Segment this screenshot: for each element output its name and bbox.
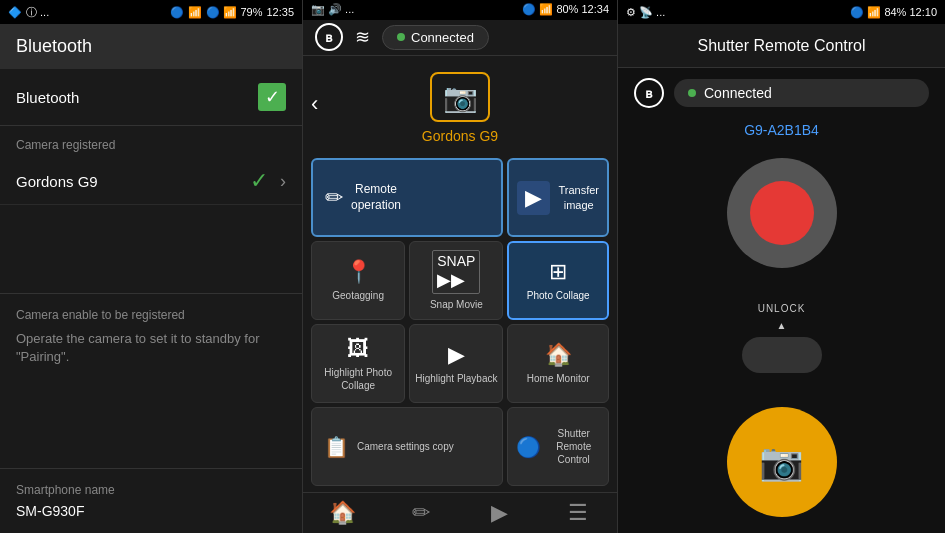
feature-grid: ✏ Remoteoperation ▶ Transferimage 📍 Geot… (303, 152, 617, 492)
page-title-text: Bluetooth (16, 36, 92, 56)
status-bar-left-1: 🔷 ⓘ ... (8, 5, 49, 20)
nav-play[interactable]: ▶ (474, 493, 524, 533)
status-bar-2: 📷 🔊 ... 🔵 📶 80% 12:34 (303, 0, 617, 20)
top-bar-2: ʙ ≋ Connected (303, 20, 617, 56)
hlpb-label: Highlight Playback (415, 372, 497, 385)
green-dot-3 (688, 89, 696, 97)
register-desc: Operate the camera to set it to standby … (16, 330, 286, 366)
record-btn-inner (750, 181, 814, 245)
transfer-label: Transferimage (558, 183, 599, 212)
smartphone-section: Smartphone name SM-G930F (0, 468, 302, 533)
transfer-image-btn[interactable]: ▶ Transferimage (507, 158, 609, 237)
unlock-track[interactable] (742, 337, 822, 373)
nav-home[interactable]: 🏠 (317, 493, 367, 533)
device-id: G9-A2B1B4 (618, 118, 945, 148)
remote-nav-icon: ✏ (412, 500, 430, 526)
camera-registered-label: Camera registered (0, 126, 302, 158)
remote-operation-btn[interactable]: ✏ Remoteoperation (311, 158, 503, 237)
nav-remote[interactable]: ✏ (396, 493, 446, 533)
play-nav-icon: ▶ (491, 500, 508, 526)
remote-op-label: Remoteoperation (351, 182, 401, 213)
bt-icon-status: 🔵 (170, 6, 184, 19)
connected-badge-3: Connected (674, 79, 929, 107)
wifi-icon-2: ≋ (355, 26, 370, 48)
panel3-title: Shutter Remote Control (634, 37, 929, 55)
snap-movie-icon: SNAP▶▶ (432, 250, 480, 294)
check-icon: ✓ (250, 168, 268, 194)
connected-bar-3: ʙ Connected (618, 68, 945, 118)
highlight-playback-btn[interactable]: ▶ Highlight Playback (409, 324, 503, 403)
photo-collage-icon: ⊞ (549, 259, 567, 285)
nav-menu[interactable]: ☰ (553, 493, 603, 533)
record-button[interactable] (727, 158, 837, 268)
connected-badge-2: Connected (382, 25, 489, 50)
status-right-2: 🔵 📶 80% 12:34 (522, 3, 609, 16)
top-bar-3: Shutter Remote Control (618, 24, 945, 68)
unlock-label: UNLOCK (758, 303, 806, 314)
geotagging-icon: 📍 (345, 259, 372, 285)
smartphone-label: Smartphone name (16, 483, 286, 497)
hlpc-label: Highlight Photo Collage (316, 366, 400, 392)
signal-icon: 📶 (188, 6, 202, 19)
geotagging-btn[interactable]: 📍 Geotagging (311, 241, 405, 320)
geotagging-label: Geotagging (332, 289, 384, 302)
home-monitor-label: Home Monitor (527, 372, 590, 385)
unlock-arrow-icon: ▲ (777, 320, 787, 331)
camera-settings-copy-btn[interactable]: 📋 Camera settings copy (311, 407, 503, 486)
status-left-3: ⚙ 📡 ... (626, 6, 665, 19)
remote-control-area: UNLOCK ▲ 📷 (618, 148, 945, 533)
back-button[interactable]: ‹ (311, 91, 318, 117)
camera-app-panel: 📷 🔊 ... 🔵 📶 80% 12:34 ʙ ≋ Connected ‹ 📷 … (303, 0, 618, 533)
bluetooth-row-label: Bluetooth (16, 89, 79, 106)
home-monitor-btn[interactable]: 🏠 Home Monitor (507, 324, 609, 403)
transfer-icon: ▶ (517, 181, 550, 215)
sr-label: Shutter Remote Control (547, 427, 600, 466)
time-2: 12:34 (581, 3, 609, 15)
camera-registered-row[interactable]: Gordons G9 ✓ › (0, 158, 302, 205)
battery-text: 🔵 📶 79% (206, 6, 262, 19)
time-3: 12:10 (909, 6, 937, 18)
bottom-nav: 🏠 ✏ ▶ ☰ (303, 492, 617, 533)
connected-text-3: Connected (704, 85, 772, 101)
unlock-section: UNLOCK ▲ (742, 303, 822, 373)
photo-collage-label: Photo Collage (527, 289, 590, 302)
bt-status-icon: 🔷 (8, 6, 22, 19)
register-section: Camera enable to be registered Operate t… (0, 293, 302, 380)
signal-2: 📶 80% (539, 3, 578, 15)
status-right-3: 🔵 📶 84% 12:10 (850, 6, 937, 19)
home-monitor-icon: 🏠 (545, 342, 572, 368)
bluetooth-toggle-row[interactable]: Bluetooth ✓ (0, 69, 302, 126)
camera-row-icons: ✓ › (250, 168, 286, 194)
app-icons: ⓘ ... (26, 5, 49, 20)
status-left-2: 📷 🔊 ... (311, 3, 354, 16)
register-title: Camera enable to be registered (16, 308, 286, 322)
camera-name-text: Gordons G9 (16, 173, 98, 190)
highlight-photo-collage-btn[interactable]: 🖼 Highlight Photo Collage (311, 324, 405, 403)
menu-nav-icon: ☰ (568, 500, 588, 526)
camera-device-name: Gordons G9 (422, 128, 498, 144)
snap-movie-btn[interactable]: SNAP▶▶ Snap Movie (409, 241, 503, 320)
camera-icon-large: 📷 (430, 72, 490, 122)
smartphone-value: SM-G930F (16, 503, 286, 519)
hlpb-icon: ▶ (448, 342, 465, 368)
csc-label: Camera settings copy (357, 440, 454, 453)
shutter-button[interactable]: 📷 (727, 407, 837, 517)
shutter-camera-icon: 📷 (759, 441, 804, 483)
shutter-remote-panel: ⚙ 📡 ... 🔵 📶 84% 12:10 Shutter Remote Con… (618, 0, 945, 533)
bt-circle-3: ʙ (634, 78, 664, 108)
sr-icon: 🔵 (516, 435, 541, 459)
time-1: 12:35 (266, 6, 294, 18)
bt-icon-2: 🔵 (522, 3, 536, 15)
snap-movie-label: Snap Movie (430, 298, 483, 311)
hlpc-icon: 🖼 (347, 336, 369, 362)
chevron-right-icon[interactable]: › (280, 171, 286, 192)
signal-3: 📶 84% (867, 6, 906, 18)
page-title: Bluetooth (0, 24, 302, 69)
bluetooth-checkbox[interactable]: ✓ (258, 83, 286, 111)
shutter-remote-btn[interactable]: 🔵 Shutter Remote Control (507, 407, 609, 486)
home-nav-icon: 🏠 (329, 500, 356, 526)
photo-collage-btn[interactable]: ⊞ Photo Collage (507, 241, 609, 320)
status-bar-3: ⚙ 📡 ... 🔵 📶 84% 12:10 (618, 0, 945, 24)
csc-icon: 📋 (324, 435, 349, 459)
camera-section: ‹ 📷 Gordons G9 (303, 56, 617, 152)
